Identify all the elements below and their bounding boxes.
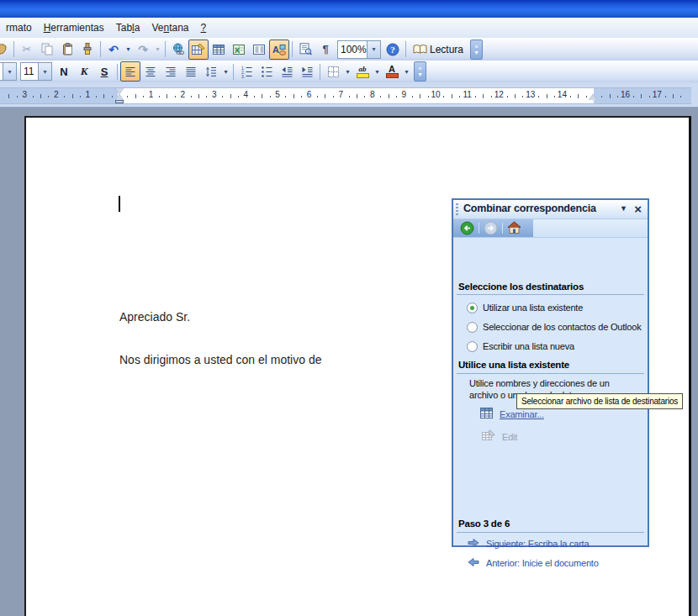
ruler-dot [301, 96, 302, 97]
ruler-tick [641, 94, 642, 98]
ruler-tick [357, 94, 357, 98]
menu-item-?[interactable]: ? [195, 20, 213, 35]
ruler-tick [293, 94, 294, 98]
left-indent-marker[interactable] [115, 100, 124, 103]
ruler-tick [40, 94, 41, 98]
cut-icon[interactable]: ✂ [17, 39, 37, 60]
browse-link[interactable]: Examinar... [500, 409, 544, 419]
edit-list-link[interactable]: Edit [502, 432, 517, 442]
format-painter-icon[interactable] [77, 39, 98, 60]
document-map-icon[interactable] [295, 39, 315, 60]
borders-button[interactable] [323, 61, 343, 82]
ruler-number: 4 [244, 90, 249, 99]
zoom-combo[interactable]: 100%▾ [337, 40, 381, 59]
hanging-indent-marker[interactable] [115, 94, 124, 100]
tables-borders-icon[interactable] [188, 39, 209, 60]
font-combo[interactable]: ▾ [0, 62, 17, 81]
highlight-button[interactable]: ab [352, 61, 373, 82]
help-icon[interactable]: ? [383, 39, 403, 60]
insert-hyperlink-icon[interactable] [168, 39, 188, 60]
task-pane-close-icon[interactable]: × [634, 200, 642, 218]
font-color-dropdown[interactable]: ▾ [402, 62, 411, 81]
step-heading: Paso 3 de 6 [458, 519, 510, 529]
bold-button[interactable]: N [54, 61, 74, 82]
align-center-button[interactable] [140, 61, 161, 82]
drawing-icon[interactable]: A [269, 39, 289, 60]
ruler-dot [254, 96, 255, 97]
first-line-indent-marker[interactable] [115, 88, 124, 94]
menu-item-ventana[interactable]: Ventana [145, 20, 194, 35]
increase-indent-button[interactable] [297, 61, 317, 82]
font-size-combo[interactable]: 11▾ [20, 62, 52, 81]
radio-label: Seleccionar de los contactos de Outlook [483, 322, 641, 332]
task-pane-grip[interactable] [456, 203, 458, 215]
reading-mode-button-label: Lectura [430, 44, 463, 55]
clipped-icon[interactable] [0, 39, 11, 60]
font-color-button[interactable]: A [382, 61, 402, 82]
redo-icon[interactable]: ↷ [133, 39, 153, 60]
ruler-dot [175, 96, 176, 97]
underline-button[interactable]: S [94, 61, 114, 82]
ruler-dot [554, 96, 555, 97]
right-indent-marker[interactable] [589, 94, 597, 100]
show-hide-pilcrow-icon[interactable]: ¶ [315, 39, 336, 60]
borders-dropdown[interactable]: ▾ [343, 62, 352, 81]
ruler-number: 7 [338, 90, 343, 99]
radio-button[interactable] [467, 303, 478, 313]
ruler-dot [96, 96, 97, 97]
ruler-tick [420, 94, 420, 98]
insert-excel-icon[interactable]: X [229, 39, 249, 60]
reading-mode-button[interactable]: Lectura [409, 39, 468, 60]
ruler-dot [570, 96, 571, 97]
formatting-toolbar: ▾11▾NKS▾1.2.3.▾ab▾A▾»▾ [0, 61, 698, 83]
recipient-option-row[interactable]: Escribir una lista nueva [467, 339, 646, 354]
menu-item-tabla[interactable]: Tabla [110, 20, 146, 35]
recipient-option-row[interactable]: Utilizar una lista existente [467, 300, 646, 315]
decrease-indent-button[interactable] [277, 61, 297, 82]
insert-table-icon[interactable] [209, 39, 229, 60]
previous-step-link[interactable]: Anterior: Inicie el documento [486, 558, 599, 568]
redo-dropdown[interactable]: ▾ [153, 40, 162, 59]
task-pane-nav [453, 219, 648, 238]
ruler-number: 16 [621, 90, 630, 99]
line-spacing-dropdown[interactable]: ▾ [221, 62, 230, 81]
justify-button[interactable] [181, 61, 201, 82]
copy-icon[interactable] [37, 39, 57, 60]
highlight-dropdown[interactable]: ▾ [373, 62, 382, 81]
next-step-link[interactable]: Siguiente: Escriba la carta [486, 539, 589, 549]
ruler-dot [633, 96, 634, 97]
radio-button[interactable] [467, 322, 478, 333]
task-pane-dropdown-icon[interactable]: ▼ [620, 204, 627, 213]
ruler-dot [222, 96, 223, 97]
document-paragraph: Apreciado Sr. [119, 310, 190, 324]
font-combo-arrow-icon[interactable]: ▾ [3, 63, 16, 80]
undo-icon[interactable]: ↶ [103, 39, 124, 60]
recipient-option-row[interactable]: Seleccionar de los contactos de Outlook [467, 319, 646, 334]
ruler-dot [617, 96, 618, 97]
ruler-dot [112, 96, 113, 97]
home-icon[interactable] [507, 221, 521, 238]
ruler-number: 11 [463, 90, 471, 99]
align-right-button[interactable] [161, 61, 181, 82]
undo-dropdown[interactable]: ▾ [124, 40, 133, 59]
ruler-dot [270, 96, 271, 97]
bullets-button[interactable] [256, 61, 277, 82]
menu-item-herramientas[interactable]: Herramientas [38, 20, 110, 35]
italic-button[interactable]: K [74, 61, 94, 82]
ruler-dot [33, 96, 34, 97]
zoom-combo-arrow-icon[interactable]: ▾ [367, 41, 380, 58]
menu-bar: rmatoHerramientasTablaVentana? [0, 18, 698, 39]
radio-button[interactable] [467, 341, 478, 352]
line-spacing-button[interactable] [201, 61, 221, 82]
tooltip: Seleccionar archivo de lista de destinat… [516, 393, 683, 409]
menu-item-rmato[interactable]: rmato [0, 20, 38, 35]
ruler-dot [522, 96, 523, 97]
font-size-combo-arrow-icon[interactable]: ▾ [38, 63, 51, 80]
align-left-button[interactable] [120, 61, 140, 82]
numbering-button[interactable]: 1.2.3. [236, 61, 256, 82]
ruler-dot [80, 96, 81, 97]
toolbar-options-standard[interactable]: »▾ [470, 39, 483, 60]
columns-icon[interactable] [249, 39, 269, 60]
toolbar-options-formatting[interactable]: »▾ [414, 61, 426, 82]
paste-icon[interactable] [57, 39, 77, 60]
